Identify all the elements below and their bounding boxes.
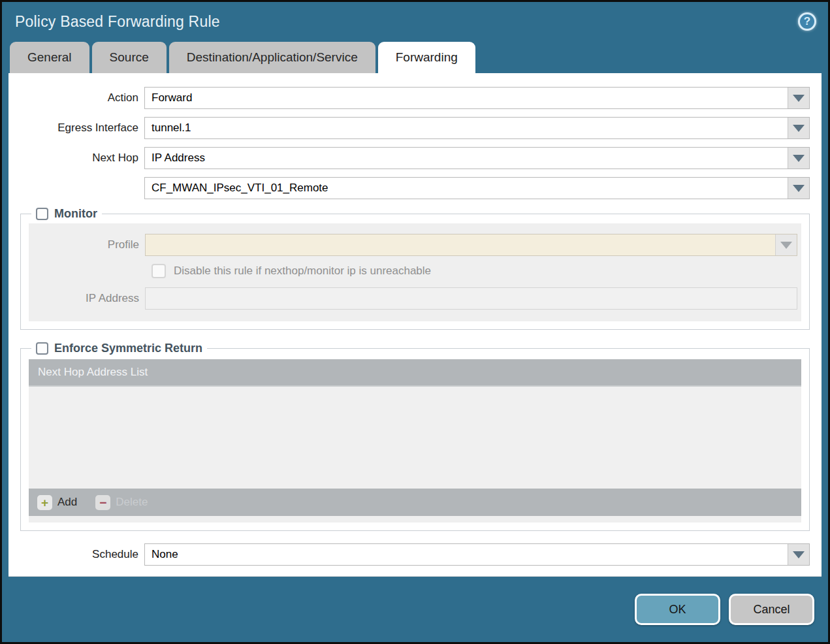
table-bottom-strip xyxy=(29,516,801,523)
dialog-footer: OK Cancel xyxy=(2,577,828,642)
profile-dropdown xyxy=(145,234,797,256)
next-hop-address-list-header: Next Hop Address List xyxy=(29,359,801,387)
next-hop-type-value: IP Address xyxy=(145,148,788,169)
schedule-row: Schedule None xyxy=(20,543,810,566)
schedule-value: None xyxy=(145,544,788,565)
add-button[interactable]: + Add xyxy=(37,495,77,510)
egress-interface-dropdown-button[interactable] xyxy=(788,118,809,138)
delete-minus-icon: − xyxy=(95,495,110,510)
monitor-section: Monitor Profile Disable this rule if nex… xyxy=(20,207,810,330)
disable-rule-checkbox xyxy=(152,264,166,278)
add-button-label: Add xyxy=(57,496,77,509)
action-label: Action xyxy=(20,91,144,105)
egress-interface-row: Egress Interface tunnel.1 xyxy=(20,117,810,139)
profile-label: Profile xyxy=(29,238,145,251)
ok-button[interactable]: OK xyxy=(635,594,720,625)
tab-destination-application-service[interactable]: Destination/Application/Service xyxy=(169,42,375,73)
enforce-symmetric-return-legend: Enforce Symmetric Return xyxy=(31,342,207,355)
next-hop-type-dropdown[interactable]: IP Address xyxy=(144,147,810,169)
monitor-legend-label: Monitor xyxy=(54,207,97,221)
tab-content-forwarding: Action Forward Egress Interface tunnel.1… xyxy=(8,73,822,577)
tab-forwarding[interactable]: Forwarding xyxy=(378,42,475,73)
chevron-down-icon xyxy=(793,155,805,162)
next-hop-address-list-table: Next Hop Address List + Add − Delete xyxy=(29,359,801,523)
cancel-button[interactable]: Cancel xyxy=(729,594,814,625)
dialog-titlebar: Policy Based Forwarding Rule ? xyxy=(2,2,828,41)
tab-bar: General Source Destination/Application/S… xyxy=(2,41,828,73)
dialog-title: Policy Based Forwarding Rule xyxy=(15,13,220,31)
egress-interface-label: Egress Interface xyxy=(20,121,144,135)
action-value: Forward xyxy=(145,88,788,108)
delete-button-label: Delete xyxy=(116,496,148,509)
chevron-down-icon xyxy=(780,242,792,249)
next-hop-address-dropdown[interactable]: CF_MWAN_IPsec_VTI_01_Remote xyxy=(144,177,810,199)
action-dropdown-button[interactable] xyxy=(788,88,809,108)
disable-rule-row: Disable this rule if nexthop/monitor ip … xyxy=(152,264,797,278)
next-hop-address-value: CF_MWAN_IPsec_VTI_01_Remote xyxy=(145,178,788,199)
profile-dropdown-button xyxy=(775,234,797,255)
monitor-box: Profile Disable this rule if nexthop/mon… xyxy=(29,223,801,321)
tab-source[interactable]: Source xyxy=(92,42,167,73)
next-hop-label: Next Hop xyxy=(20,152,144,165)
schedule-dropdown-button[interactable] xyxy=(788,544,809,565)
monitor-legend: Monitor xyxy=(31,207,102,221)
action-dropdown[interactable]: Forward xyxy=(144,87,810,109)
monitor-ip-address-row: IP Address xyxy=(29,287,797,310)
action-row: Action Forward xyxy=(20,87,810,109)
add-plus-icon: + xyxy=(37,495,52,510)
next-hop-address-list-body xyxy=(29,387,801,489)
next-hop-address-row: CF_MWAN_IPsec_VTI_01_Remote xyxy=(20,177,810,199)
delete-button: − Delete xyxy=(95,495,148,510)
enforce-symmetric-return-checkbox[interactable] xyxy=(36,342,48,355)
next-hop-address-list-toolbar: + Add − Delete xyxy=(29,489,801,516)
next-hop-type-dropdown-button[interactable] xyxy=(788,148,809,169)
chevron-down-icon xyxy=(793,95,805,102)
chevron-down-icon xyxy=(793,125,805,132)
profile-row: Profile xyxy=(29,234,797,256)
chevron-down-icon xyxy=(793,185,805,192)
egress-interface-value: tunnel.1 xyxy=(145,118,788,138)
schedule-label: Schedule xyxy=(20,548,144,561)
chevron-down-icon xyxy=(793,551,805,558)
next-hop-address-dropdown-button[interactable] xyxy=(788,178,809,199)
next-hop-row: Next Hop IP Address xyxy=(20,147,810,169)
enforce-symmetric-return-section: Enforce Symmetric Return Next Hop Addres… xyxy=(20,342,810,531)
enforce-symmetric-return-legend-label: Enforce Symmetric Return xyxy=(54,342,202,355)
profile-value xyxy=(146,234,775,255)
monitor-checkbox[interactable] xyxy=(36,208,48,220)
monitor-ip-address-label: IP Address xyxy=(29,292,145,305)
help-icon[interactable]: ? xyxy=(798,12,816,31)
pbf-rule-dialog: Policy Based Forwarding Rule ? General S… xyxy=(0,0,830,644)
tab-general[interactable]: General xyxy=(10,42,89,73)
disable-rule-label: Disable this rule if nexthop/monitor ip … xyxy=(174,265,431,278)
schedule-dropdown[interactable]: None xyxy=(144,543,810,566)
egress-interface-dropdown[interactable]: tunnel.1 xyxy=(144,117,810,139)
monitor-ip-address-input xyxy=(145,287,797,310)
